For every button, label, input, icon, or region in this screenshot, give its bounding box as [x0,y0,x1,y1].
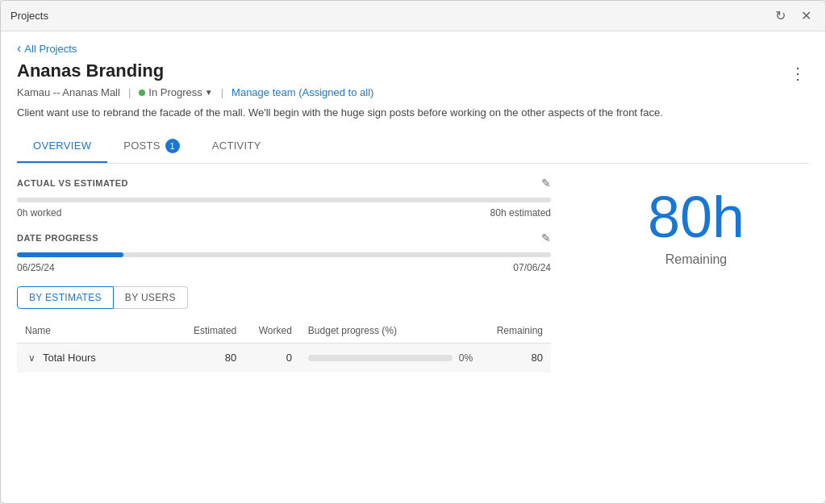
col-worked: Worked [244,319,300,344]
row-budget: 0% [300,343,481,373]
start-date: 06/25/24 [17,262,55,273]
date-progress-header: DATE PROGRESS ✎ [17,231,551,244]
project-description: Client want use to rebrand the facade of… [17,105,809,121]
posts-badge: 1 [165,139,180,153]
budget-bar-track [308,355,453,361]
refresh-icon: ↻ [775,8,786,23]
main-tabs: OVERVIEW POSTS 1 ACTIVITY [17,131,809,164]
date-progress-track [17,252,551,257]
back-link-label: All Projects [24,43,77,55]
tab-activity[interactable]: ACTIVITY [196,131,277,163]
col-estimated: Estimated [178,319,244,344]
tab-posts-label: POSTS [123,140,161,152]
status-dropdown-icon[interactable]: ▼ [205,88,213,97]
table-row: ∨ Total Hours 80 0 [17,343,551,373]
left-panel: ACTUAL VS ESTIMATED ✎ 0h worked 80h esti… [1,164,567,504]
row-name: Total Hours [43,352,96,364]
actual-estimated-header: ACTUAL VS ESTIMATED ✎ [17,177,551,190]
tab-overview-label: OVERVIEW [33,140,91,152]
row-expand: ∨ Total Hours [25,352,170,364]
col-remaining: Remaining [481,319,551,344]
budget-bar-wrap: 0% [308,352,473,364]
back-link[interactable]: ‹ All Projects [17,41,809,56]
more-options-button[interactable]: ⋮ [786,60,809,86]
meta-separator: | [128,86,131,98]
close-button[interactable]: ✕ [796,6,816,26]
chevron-down-icon[interactable]: ∨ [25,352,38,364]
col-budget: Budget progress (%) [300,319,481,344]
main-content: ‹ All Projects Ananas Branding Kamau -- … [1,31,825,503]
date-progress-section: DATE PROGRESS ✎ 06/25/24 07/06/24 [17,231,551,273]
manage-team-link[interactable]: Manage team (Assigned to all) [232,86,373,98]
row-remaining: 80 [481,343,551,373]
date-progress-edit-icon[interactable]: ✎ [541,231,551,244]
window-title: Projects [10,10,48,22]
more-icon: ⋮ [790,65,806,82]
actual-estimated-labels: 0h worked 80h estimated [17,207,551,219]
sub-tab-by-users[interactable]: BY USERS [114,286,188,309]
sub-tab-by-estimates[interactable]: BY ESTIMATES [17,286,114,309]
remaining-label: Remaining [648,252,745,267]
refresh-button[interactable]: ↻ [770,6,790,26]
status-label: In Progress [148,86,202,98]
tab-activity-label: ACTIVITY [212,140,261,152]
right-panel: 80h Remaining [567,164,825,504]
actual-estimated-progress-track [17,198,551,202]
date-labels: 06/25/24 07/06/24 [17,262,551,273]
project-meta: Kamau -- Ananas Mall | In Progress ▼ | M… [17,86,373,98]
actual-estimated-title: ACTUAL VS ESTIMATED [17,178,128,188]
client-name: Kamau -- Ananas Mall [17,86,120,98]
worked-label: 0h worked [17,207,61,219]
meta-separator2: | [221,86,223,98]
status-dot-icon [139,90,145,96]
overview-content: ACTUAL VS ESTIMATED ✎ 0h worked 80h esti… [1,164,825,504]
header-section: ‹ All Projects Ananas Branding Kamau -- … [1,31,825,164]
status-badge: In Progress ▼ [139,86,212,98]
estimates-table: Name Estimated Worked Budget progress (%… [17,319,551,373]
back-chevron-icon: ‹ [17,41,21,56]
actual-estimated-edit-icon[interactable]: ✎ [541,177,551,190]
big-hours-display: 80h [648,188,745,246]
budget-pct-label: 0% [459,352,473,364]
row-worked: 0 [244,343,300,373]
close-icon: ✕ [801,8,811,23]
project-title: Ananas Branding [17,60,373,81]
tab-posts[interactable]: POSTS 1 [107,131,196,163]
date-progress-fill [17,252,123,257]
row-estimated: 80 [178,343,244,373]
row-name-cell: ∨ Total Hours [17,343,178,373]
table-header-row: Name Estimated Worked Budget progress (%… [17,319,551,344]
status-text: In Progress ▼ [148,86,212,98]
projects-window: Projects ↻ ✕ ‹ All Projects Ananas Brand… [0,0,826,504]
col-name: Name [17,319,178,344]
tab-overview[interactable]: OVERVIEW [17,131,107,163]
sub-tabs: BY ESTIMATES BY USERS [17,286,551,309]
estimated-label: 80h estimated [490,207,551,219]
title-bar-actions: ↻ ✕ [770,6,816,26]
title-bar: Projects ↻ ✕ [1,1,825,31]
date-progress-title: DATE PROGRESS [17,233,98,243]
big-remaining-widget: 80h Remaining [648,188,745,267]
end-date: 07/06/24 [513,262,551,273]
actual-vs-estimated-section: ACTUAL VS ESTIMATED ✎ 0h worked 80h esti… [17,177,551,219]
